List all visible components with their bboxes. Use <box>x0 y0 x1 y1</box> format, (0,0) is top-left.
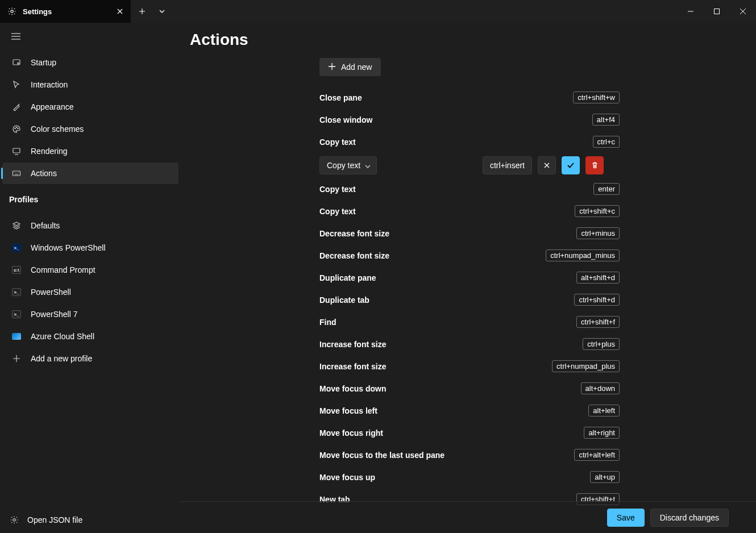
action-label: Copy text <box>319 185 356 194</box>
open-json-file-button[interactable]: Open JSON file <box>0 507 181 533</box>
sidebar-item-azure[interactable]: Azure Cloud Shell <box>2 326 178 347</box>
powershell-icon: >_ <box>11 243 22 253</box>
sidebar-item-label: PowerShell <box>31 288 71 297</box>
action-row[interactable]: Increase font size ctrl+numpad_plus <box>319 355 620 377</box>
keyboard-before architecture-icon <box>11 168 22 178</box>
titlebar: Settings <box>0 0 756 23</box>
discard-button[interactable]: Discard changes <box>650 509 729 527</box>
sidebar-item-label: Windows PowerShell <box>31 243 106 252</box>
svg-rect-8 <box>13 171 20 176</box>
keybind-badge: ctrl+numpad_plus <box>552 360 620 372</box>
plus-icon <box>11 353 22 364</box>
sidebar-item-label: PowerShell 7 <box>31 310 78 319</box>
action-label: Increase font size <box>319 362 387 371</box>
action-label: Duplicate tab <box>319 295 369 305</box>
action-label: Move focus up <box>319 473 375 482</box>
action-row[interactable]: Move focus left alt+left <box>319 399 620 422</box>
svg-rect-1 <box>715 9 720 14</box>
sidebar-item-actions[interactable]: Actions <box>2 163 178 184</box>
sidebar-item-startup[interactable]: Startup <box>2 52 178 73</box>
sidebar-item-label: Add a new profile <box>31 354 92 363</box>
action-label: Duplicate pane <box>319 273 376 282</box>
action-row[interactable]: Increase font size ctrl+plus <box>319 333 620 355</box>
profiles-list: Defaults >_ Windows PowerShell c:\ Comma… <box>0 214 181 370</box>
sidebar-item-label: Defaults <box>31 221 60 230</box>
keybind-badge: alt+down <box>581 382 620 394</box>
keybind-badge: ctrl+numpad_minus <box>546 249 620 261</box>
action-dropdown[interactable]: Copy text <box>319 156 377 174</box>
main: Actions Add new Close pane ctrl+shift+w … <box>181 23 756 533</box>
tab-dropdown-button[interactable] <box>153 0 171 23</box>
sidebar-item-add-profile[interactable]: Add a new profile <box>2 348 178 369</box>
rocket-icon <box>11 57 22 68</box>
sidebar-item-appearance[interactable]: Appearance <box>2 96 178 118</box>
page-title: Actions <box>181 23 756 58</box>
sidebar-item-label: Appearance <box>31 102 74 111</box>
keybind-badge: ctrl+shift+d <box>574 294 620 306</box>
action-row[interactable]: Copy text enter <box>319 178 620 200</box>
svg-rect-7 <box>13 148 20 153</box>
save-button[interactable]: Save <box>607 509 645 527</box>
action-label: Move focus to the last used pane <box>319 451 445 460</box>
svg-point-0 <box>11 10 13 13</box>
action-row[interactable]: Decrease font size ctrl+numpad_minus <box>319 244 620 266</box>
action-row[interactable]: Decrease font size ctrl+minus <box>319 222 620 244</box>
window-controls <box>678 0 756 23</box>
monitor-icon <box>11 146 22 156</box>
action-row[interactable]: Duplicate tab ctrl+shift+d <box>319 289 620 311</box>
sidebar-item-windows-powershell[interactable]: >_ Windows PowerShell <box>2 237 178 259</box>
sidebar-item-interaction[interactable]: Interaction <box>2 74 178 95</box>
sidebar-item-command-prompt[interactable]: c:\ Command Prompt <box>2 259 178 281</box>
action-row[interactable]: Move focus down alt+down <box>319 377 620 399</box>
action-label: Copy text <box>319 207 356 216</box>
action-row[interactable]: Close window alt+f4 <box>319 109 620 131</box>
sidebar-item-powershell[interactable]: >_ PowerShell <box>2 281 178 303</box>
action-label: Copy text <box>319 138 356 147</box>
tab-settings[interactable]: Settings <box>0 0 131 23</box>
dropdown-value: Copy text <box>327 161 360 170</box>
sidebar-item-label: Azure Cloud Shell <box>31 332 94 341</box>
cursor-icon <box>11 80 22 90</box>
confirm-edit-button[interactable] <box>562 156 580 174</box>
action-row[interactable]: Move focus right alt+right <box>319 422 620 444</box>
cancel-edit-button[interactable] <box>538 156 556 174</box>
sidebar-item-label: Startup <box>31 58 56 67</box>
action-row[interactable]: Find ctrl+shift+f <box>319 311 620 333</box>
action-label: Move focus right <box>319 428 383 438</box>
sidebar-item-powershell7[interactable]: >_ PowerShell 7 <box>2 303 178 325</box>
actions-scroll[interactable]: Add new Close pane ctrl+shift+w Close wi… <box>181 58 756 533</box>
delete-button[interactable] <box>585 156 604 174</box>
action-label: Move focus down <box>319 384 386 393</box>
keybind-badge: alt+right <box>584 427 620 439</box>
keybind-edit-button[interactable]: ctrl+insert <box>483 156 532 174</box>
action-row[interactable]: Move focus up alt+up <box>319 466 620 488</box>
cmd-icon: c:\ <box>11 265 22 275</box>
close-window-button[interactable] <box>730 0 756 23</box>
layers-icon <box>11 220 22 231</box>
hamburger-icon[interactable] <box>10 31 22 42</box>
keybind-badge: ctrl+c <box>593 136 620 148</box>
keybind-badge: ctrl+shift+f <box>576 316 620 328</box>
minimize-button[interactable] <box>678 0 704 23</box>
open-json-label: Open JSON file <box>27 515 82 524</box>
add-new-button[interactable]: Add new <box>319 58 381 76</box>
action-row[interactable]: Copy text ctrl+c <box>319 131 620 153</box>
action-label: Decrease font size <box>319 229 389 238</box>
sidebar-item-defaults[interactable]: Defaults <box>2 215 178 236</box>
action-row[interactable]: Close pane ctrl+shift+w <box>319 86 620 109</box>
maximize-button[interactable] <box>704 0 730 23</box>
keybind-badge: ctrl+plus <box>583 338 620 350</box>
sidebar-item-label: Rendering <box>31 147 68 156</box>
footer-bar: Save Discard changes <box>181 501 756 533</box>
new-tab-button[interactable] <box>131 0 153 23</box>
close-icon[interactable] <box>115 5 125 18</box>
keybind-badge: alt+up <box>590 471 620 483</box>
azure-icon <box>11 331 22 342</box>
action-row[interactable]: Duplicate pane alt+shift+d <box>319 266 620 289</box>
sidebar-item-color-schemes[interactable]: Color schemes <box>2 118 178 140</box>
svg-point-3 <box>18 63 19 64</box>
sidebar-item-rendering[interactable]: Rendering <box>2 140 178 162</box>
action-row[interactable]: Move focus to the last used pane ctrl+al… <box>319 444 620 466</box>
nav-list: Startup Interaction Appearance Color sch… <box>0 51 181 185</box>
action-row[interactable]: Copy text ctrl+shift+c <box>319 200 620 222</box>
